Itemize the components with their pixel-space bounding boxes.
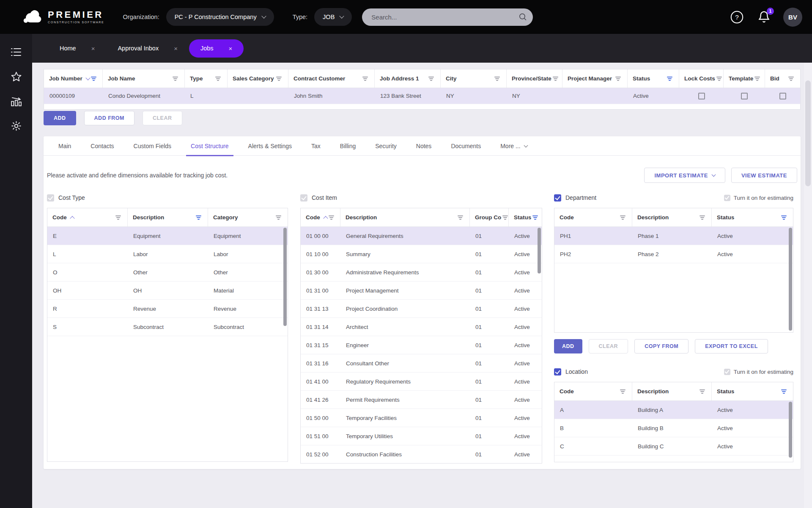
filter-icon[interactable] xyxy=(501,214,509,221)
tab-main[interactable]: Main xyxy=(49,136,81,156)
filter-icon[interactable] xyxy=(114,214,122,221)
export-to-excel-button[interactable]: EXPORT TO EXCEL xyxy=(695,339,768,353)
import-estimate-button[interactable]: IMPORT ESTIMATE xyxy=(644,168,725,183)
column-header-contract-customer[interactable]: Contract Customer xyxy=(288,69,375,88)
filter-icon[interactable] xyxy=(780,214,788,221)
view-estimate-button[interactable]: VIEW ESTIMATE xyxy=(731,168,797,183)
filter-icon[interactable] xyxy=(274,214,283,221)
page-scrollbar[interactable] xyxy=(804,63,812,508)
add-button[interactable]: ADD xyxy=(44,111,76,125)
location-checkbox[interactable] xyxy=(554,368,561,375)
row-checkbox[interactable] xyxy=(698,93,705,99)
reports-chart-icon[interactable] xyxy=(7,92,25,110)
department-checkbox[interactable] xyxy=(554,194,561,202)
filter-icon[interactable] xyxy=(780,388,788,395)
column-header-status[interactable]: Status xyxy=(509,208,542,226)
filter-icon[interactable] xyxy=(666,75,674,82)
filter-icon[interactable] xyxy=(753,75,761,82)
table-row[interactable]: 01 41 26Permit Requirements01Active xyxy=(301,391,542,409)
sort-icon[interactable] xyxy=(70,216,74,221)
tab-documents[interactable]: Documents xyxy=(441,136,491,156)
page-scrollbar-thumb[interactable] xyxy=(805,80,811,186)
department-clear-button[interactable]: CLEAR xyxy=(589,339,628,353)
column-header-description[interactable]: Description xyxy=(128,208,208,226)
column-header-job-address-1[interactable]: Job Address 1 xyxy=(375,69,441,88)
tab-notes[interactable]: Notes xyxy=(406,136,442,156)
help-icon[interactable]: ? xyxy=(730,10,744,24)
close-icon[interactable]: × xyxy=(229,45,233,52)
table-row[interactable]: 01 31 16Consultant Other01Active xyxy=(301,354,542,373)
column-header-group-co[interactable]: Group Co xyxy=(470,208,509,226)
table-row[interactable]: 01 31 13Project Coordination01Active xyxy=(301,300,542,318)
column-header-template[interactable]: Template xyxy=(724,69,765,88)
filter-icon[interactable] xyxy=(361,75,369,82)
column-header-job-name[interactable]: Job Name xyxy=(103,69,185,88)
tab-custom-fields[interactable]: Custom Fields xyxy=(124,136,181,156)
notifications-bell-icon[interactable]: 1 xyxy=(757,11,771,24)
search-bar[interactable] xyxy=(362,8,533,26)
estimating-checkbox[interactable] xyxy=(724,369,730,375)
organization-select[interactable]: PC - P Construction Company xyxy=(166,8,274,26)
avatar[interactable]: BV xyxy=(783,8,802,27)
table-row[interactable]: CBuilding CActive xyxy=(554,437,793,456)
search-icon[interactable] xyxy=(518,12,527,22)
table-row[interactable]: RRevenueRevenue xyxy=(47,300,288,318)
table-row[interactable]: SSubcontractSubcontract xyxy=(47,318,288,336)
table-row[interactable]: 01 00 00General Requirements01Active xyxy=(301,227,542,245)
column-header-status[interactable]: Status xyxy=(628,69,679,88)
table-row[interactable]: 01 31 15Engineer01Active xyxy=(301,336,542,354)
cost-type-checkbox[interactable] xyxy=(47,194,54,202)
tab-more[interactable]: More ... xyxy=(491,136,537,156)
filter-icon[interactable] xyxy=(715,75,723,82)
column-header-code[interactable]: Code xyxy=(301,208,340,226)
search-input[interactable] xyxy=(371,14,518,21)
filter-icon[interactable] xyxy=(614,75,622,82)
menu-list-icon[interactable] xyxy=(7,43,25,61)
column-header-bid[interactable]: Bid xyxy=(765,69,800,88)
table-row[interactable]: 01 30 00Administrative Requirements01Act… xyxy=(301,263,542,282)
column-header-code[interactable]: Code xyxy=(47,208,128,226)
cost-item-checkbox[interactable] xyxy=(300,194,307,202)
premier-logo[interactable]: PREMIER CONSTRUCTION SOFTWARE xyxy=(23,10,104,24)
filter-icon[interactable] xyxy=(195,214,203,221)
table-row[interactable]: OHOHMaterial xyxy=(47,282,288,300)
vertical-scrollbar[interactable] xyxy=(789,228,792,331)
column-header-code[interactable]: Code xyxy=(554,208,632,226)
vertical-scrollbar[interactable] xyxy=(283,228,287,326)
row-checkbox[interactable] xyxy=(779,93,786,99)
type-select[interactable]: JOB xyxy=(314,8,352,26)
copy-from-button[interactable]: COPY FROM xyxy=(634,339,689,353)
filter-icon[interactable] xyxy=(698,388,706,395)
filter-icon[interactable] xyxy=(619,214,627,221)
column-header-description[interactable]: Description xyxy=(632,208,712,226)
close-icon[interactable]: × xyxy=(91,45,95,52)
settings-gear-icon[interactable] xyxy=(7,117,25,135)
table-row[interactable]: 01 31 14Architect01Active xyxy=(301,318,542,336)
table-row[interactable]: LLaborLabor xyxy=(47,245,288,263)
filter-icon[interactable] xyxy=(171,75,179,82)
column-header-province-state[interactable]: Province/State xyxy=(507,69,562,88)
filter-icon[interactable] xyxy=(698,214,706,221)
filter-icon[interactable] xyxy=(456,214,464,221)
table-row[interactable]: 01 41 00Regulatory Requirements01Active xyxy=(301,373,542,391)
filter-icon[interactable] xyxy=(551,75,560,82)
column-header-project-manager[interactable]: Project Manager xyxy=(562,69,628,88)
clear-button[interactable]: CLEAR xyxy=(143,111,182,125)
tab-tax[interactable]: Tax xyxy=(302,136,330,156)
filter-icon[interactable] xyxy=(214,75,222,82)
favorites-star-icon[interactable] xyxy=(7,68,25,86)
table-row[interactable]: BBuilding BActive xyxy=(554,419,793,437)
close-icon[interactable]: × xyxy=(174,45,178,52)
table-row[interactable]: OOtherOther xyxy=(47,263,288,282)
table-row[interactable]: 01 52 00Construction Facilities01Active xyxy=(301,445,542,464)
tab-alerts-settings[interactable]: Alerts & Settings xyxy=(239,136,302,156)
row-checkbox[interactable] xyxy=(741,93,748,99)
tab-contacts[interactable]: Contacts xyxy=(81,136,123,156)
filter-icon[interactable] xyxy=(275,75,283,82)
column-header-description[interactable]: Description xyxy=(632,382,712,400)
table-row[interactable]: PH2Phase 2Active xyxy=(554,245,793,263)
filter-icon[interactable] xyxy=(787,75,795,82)
column-header-type[interactable]: Type xyxy=(185,69,228,88)
add-from-button[interactable]: ADD FROM xyxy=(84,111,134,125)
filter-icon[interactable] xyxy=(619,388,627,395)
